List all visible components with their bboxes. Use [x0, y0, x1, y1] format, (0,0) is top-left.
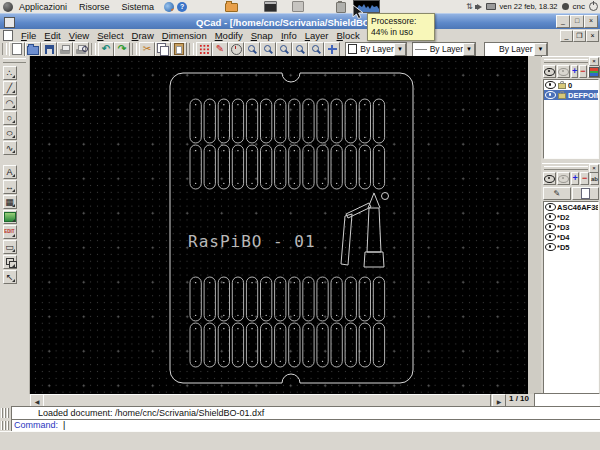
menu-block[interactable]: Block — [333, 30, 364, 41]
draw-splines-button[interactable]: ∿ — [3, 141, 17, 155]
block-row-D2[interactable]: *D2 — [544, 212, 598, 222]
mdi-restore-button[interactable]: ❐ — [573, 30, 586, 42]
eye-icon[interactable] — [545, 203, 556, 211]
help-launcher-icon[interactable]: ? — [177, 2, 187, 12]
draw-lines-button[interactable]: ╱ — [3, 81, 17, 95]
lock-icon[interactable] — [558, 93, 566, 99]
block-row-ASC46AF38E9[interactable]: ASC46AF38E9 — [544, 202, 598, 212]
clock[interactable]: ven 22 feb, 18.32 — [500, 2, 558, 11]
distro-logo-icon[interactable] — [3, 2, 13, 12]
paste-button[interactable] — [171, 42, 187, 57]
menu-layer[interactable]: Layer — [301, 30, 333, 41]
undo-button[interactable]: ↶ — [98, 42, 114, 57]
insert-image-button[interactable] — [3, 210, 17, 224]
lock-icon[interactable] — [558, 83, 566, 89]
file-manager-icon[interactable] — [225, 3, 238, 12]
remove-layer-button[interactable]: − — [579, 65, 586, 78]
trash-icon[interactable] — [336, 2, 346, 13]
rename-block-button[interactable]: ab — [590, 172, 599, 185]
open-document-button[interactable] — [25, 42, 41, 57]
add-layer-button[interactable]: + — [571, 65, 578, 78]
chevron-down-icon[interactable]: ▼ — [463, 43, 475, 56]
close-icon[interactable]: × — [589, 57, 599, 66]
grid-toggle-button[interactable] — [196, 42, 212, 57]
zoom-out-button[interactable] — [260, 42, 276, 57]
redraw-button[interactable] — [228, 42, 244, 57]
menu-edit[interactable]: Edit — [40, 30, 64, 41]
draw-points-button[interactable]: ∴ — [3, 66, 17, 80]
menu-draw[interactable]: Draw — [128, 30, 158, 41]
menu-modify[interactable]: Modify — [211, 30, 247, 41]
close-icon[interactable]: × — [589, 164, 599, 173]
chevron-down-icon[interactable]: ▼ — [534, 43, 547, 56]
insert-block-button[interactable] — [572, 187, 600, 200]
system-menu[interactable]: Sistema — [116, 2, 161, 12]
draw-ellipses-button[interactable]: ○ — [3, 126, 17, 140]
cut-button[interactable]: ✂ — [139, 42, 155, 57]
menu-view[interactable]: View — [65, 30, 93, 41]
dock-handle[interactable] — [1, 408, 9, 418]
vertical-scrollbar[interactable]: ▲ ▼ — [528, 56, 541, 394]
eye-icon[interactable] — [545, 223, 556, 231]
hide-all-blocks-button[interactable] — [557, 172, 570, 185]
zoom-previous-button[interactable] — [292, 42, 308, 57]
show-all-blocks-button[interactable] — [543, 172, 556, 185]
draw-arcs-button[interactable]: ◠ — [3, 96, 17, 110]
drawing-canvas[interactable]: RasPiBO - 01 — [30, 56, 528, 394]
eye-icon[interactable] — [545, 243, 556, 251]
minimize-button[interactable]: _ — [556, 15, 570, 28]
block-row-D5[interactable]: *D5 — [544, 242, 598, 252]
show-all-layers-button[interactable] — [543, 65, 556, 78]
app-window-icon[interactable] — [292, 1, 304, 12]
menu-file[interactable]: File — [17, 30, 40, 41]
pan-button[interactable] — [324, 42, 340, 57]
draft-mode-button[interactable]: ✎ — [212, 42, 228, 57]
dock-handle[interactable] — [1, 421, 9, 430]
chevron-down-icon[interactable]: ▼ — [394, 43, 406, 56]
terminal-launcher-icon[interactable] — [264, 1, 277, 12]
add-block-button[interactable]: + — [571, 172, 579, 185]
hide-all-layers-button[interactable] — [557, 65, 570, 78]
maximize-button[interactable]: □ — [570, 15, 584, 28]
zoom-auto-button[interactable] — [276, 42, 292, 57]
menu-info[interactable]: Info — [277, 30, 301, 41]
style-combo[interactable]: By Layer ▼ — [484, 42, 548, 57]
close-button[interactable]: × — [584, 15, 598, 28]
zoom-in-button[interactable] — [244, 42, 260, 57]
user-name[interactable]: cnc — [573, 2, 585, 11]
menu-dimension[interactable]: Dimension — [158, 30, 211, 41]
block-panel-titlebar[interactable]: × — [542, 163, 600, 171]
draw-hatch-button[interactable]: ▦ — [3, 195, 17, 209]
save-document-button[interactable] — [41, 42, 57, 57]
edit-block-button[interactable]: ✎ — [543, 187, 571, 200]
palette-handle[interactable] — [3, 58, 26, 63]
layer-row-0[interactable]: 0 — [544, 80, 598, 90]
select-tools-button[interactable]: ↖ — [3, 270, 17, 284]
block-tools-button[interactable] — [3, 255, 17, 269]
mdi-minimize-button[interactable]: _ — [560, 30, 573, 42]
places-menu[interactable]: Risorse — [73, 2, 116, 12]
block-row-D4[interactable]: *D4 — [544, 232, 598, 242]
volume-icon[interactable] — [477, 4, 482, 10]
print-button[interactable] — [57, 42, 73, 57]
draw-circles-button[interactable]: ○ — [3, 111, 17, 125]
eye-icon[interactable] — [545, 81, 556, 89]
block-row-D3[interactable]: *D3 — [544, 222, 598, 232]
zoom-window-button[interactable] — [308, 42, 324, 57]
new-document-button[interactable] — [9, 42, 25, 57]
eye-icon[interactable] — [545, 233, 556, 241]
print-preview-button[interactable] — [73, 42, 89, 57]
width-combo[interactable]: By Layer ▼ — [412, 42, 476, 57]
draw-rectangles-button[interactable]: ▭ — [3, 240, 17, 254]
draw-dimensions-button[interactable]: ↔ — [3, 180, 17, 194]
power-icon[interactable] — [589, 2, 598, 11]
remove-block-button[interactable]: − — [580, 172, 588, 185]
window-titlebar[interactable]: QCad - [/home/cnc/Scrivania/ShieldBO-01.… — [0, 13, 600, 30]
redo-button[interactable]: ↷ — [114, 42, 130, 57]
edit-tools-button[interactable]: EDIT — [3, 225, 17, 239]
draw-text-button[interactable]: A — [3, 165, 17, 179]
menu-select[interactable]: Select — [93, 30, 127, 41]
layer-panel-titlebar[interactable]: × — [542, 56, 600, 64]
edit-layer-button[interactable] — [588, 65, 600, 78]
firefox-launcher-icon[interactable] — [164, 2, 174, 12]
